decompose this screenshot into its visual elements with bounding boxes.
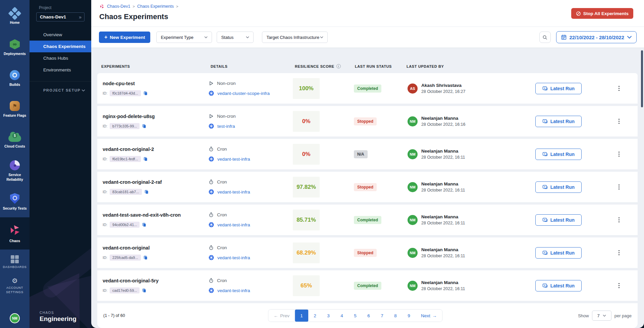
page-button-2[interactable]: 2 — [308, 310, 322, 322]
copy-icon[interactable] — [143, 255, 148, 260]
kebab-menu-icon[interactable] — [617, 215, 621, 225]
experiment-name[interactable]: vedant-cron-original-2-raf — [103, 179, 201, 185]
nav-item-overview[interactable]: Overview — [30, 29, 91, 41]
schedule-type-label: Cron — [217, 212, 227, 217]
pagination-bar: (1 - 7) of 60 ← Prev 123456789 Next → Sh… — [97, 303, 638, 328]
page-button-3[interactable]: 3 — [322, 310, 335, 322]
target-infrastructure-filter[interactable]: Target Chaos Infrastructure — [262, 32, 328, 43]
resilience-score-value: 65% — [293, 275, 320, 296]
project-setup-toggle[interactable]: PROJECT SETUP — [30, 81, 91, 92]
nav-item-chaos-hubs[interactable]: Chaos Hubs — [30, 52, 91, 64]
user-avatar[interactable]: NM — [10, 313, 20, 323]
project-nav: Overview Chaos Experiments Chaos Hubs En… — [30, 29, 91, 76]
infrastructure-link[interactable]: vedant-cluster-scope-infra — [217, 91, 270, 96]
kebab-menu-icon[interactable] — [617, 149, 621, 159]
experiment-name[interactable]: vedant-cron-original-5ry — [103, 278, 201, 283]
experiment-id-value: f0c187d4-43d... — [110, 90, 141, 96]
copy-icon[interactable] — [142, 124, 147, 128]
sidebar-item-home[interactable]: Home — [0, 1, 30, 32]
infrastructure-link[interactable]: vedant-test-infra — [217, 157, 250, 162]
last-run-status-badge: Completed — [354, 216, 381, 224]
infrastructure-link[interactable]: vedant-test-infra — [217, 222, 250, 227]
page-size-select[interactable]: 7 — [592, 311, 611, 321]
kubernetes-icon — [209, 123, 214, 129]
table-header-row: EXPERIMENTS DETAILS RESILIENCE SCORE i L… — [97, 48, 638, 73]
latest-run-button[interactable]: Latest Run — [535, 149, 582, 160]
sidebar-item-service-reliability[interactable]: Service Reliability — [0, 156, 30, 186]
kebab-menu-icon[interactable] — [617, 182, 621, 192]
latest-run-button[interactable]: Latest Run — [535, 83, 582, 94]
prev-page-button[interactable]: ← Prev — [268, 310, 295, 322]
account-settings-label: ACCOUNT SETTINGS — [4, 286, 25, 294]
infrastructure-link[interactable]: vedant-test-infra — [217, 255, 250, 260]
experiment-type-filter[interactable]: Experiment Type — [156, 32, 212, 43]
new-experiment-button[interactable]: + New Experiment — [99, 32, 150, 43]
page-button-6[interactable]: 6 — [362, 310, 375, 322]
page-button-9[interactable]: 9 — [402, 310, 416, 322]
latest-run-button[interactable]: Latest Run — [535, 116, 582, 127]
next-page-button[interactable]: Next → — [416, 310, 442, 322]
sidebar-item-label: Deployments — [3, 52, 27, 56]
updated-at-timestamp: 28 October 2022, 16:11 — [421, 221, 465, 225]
kebab-menu-icon[interactable] — [617, 248, 621, 258]
chaos-icon — [8, 224, 21, 236]
copy-icon[interactable] — [142, 222, 147, 227]
sidebar-item-deployments[interactable]: ∞ Deployments — [0, 32, 30, 63]
updated-by-name: Akash Shrivastava — [421, 83, 465, 88]
search-button[interactable] — [539, 32, 551, 43]
stop-all-experiments-button[interactable]: Stop All Experiments — [571, 8, 633, 19]
scrollbar-thumb[interactable] — [641, 50, 643, 107]
date-range-picker[interactable]: 22/10/2022 - 28/10/2022 — [556, 31, 637, 43]
copy-icon[interactable] — [144, 189, 149, 194]
nav-item-environments[interactable]: Environments — [30, 64, 91, 76]
experiment-name[interactable]: node-cpu-test — [103, 81, 201, 86]
latest-run-button[interactable]: Latest Run — [535, 214, 582, 226]
schedule-type-label: Non-cron — [217, 114, 236, 119]
info-icon[interactable]: i — [336, 64, 341, 68]
updated-at-timestamp: 28 October 2022, 16:16 — [421, 122, 465, 127]
sidebar-item-security-tests[interactable]: Security Tests — [0, 186, 30, 217]
sidebar-item-cloud-costs[interactable]: $ Cloud Costs — [0, 125, 30, 156]
updated-by-name: Neelanjan Manna — [421, 181, 465, 186]
kebab-menu-icon[interactable] — [617, 281, 621, 290]
kubernetes-icon — [209, 255, 214, 260]
column-header-resilience-score: RESILIENCE SCORE i — [287, 64, 345, 68]
infrastructure-link[interactable]: vedant-test-infra — [217, 288, 250, 293]
experiment-name[interactable]: vedant-test-save-nd-exit-v8h-cron — [103, 212, 201, 218]
non-cron-play-icon — [209, 114, 214, 119]
latest-run-button[interactable]: Latest Run — [535, 247, 582, 259]
experiment-name[interactable]: vedant-cron-original — [103, 245, 201, 251]
page-button-1[interactable]: 1 — [295, 310, 308, 322]
page-button-4[interactable]: 4 — [335, 310, 348, 322]
chevron-double-right-icon[interactable]: » — [79, 14, 82, 20]
latest-run-button[interactable]: Latest Run — [535, 181, 582, 193]
page-button-5[interactable]: 5 — [348, 310, 362, 322]
sidebar-item-label: Home — [9, 20, 20, 25]
page-button-8[interactable]: 8 — [389, 310, 402, 322]
copy-icon[interactable] — [143, 91, 148, 96]
sidebar-item-chaos[interactable]: Chaos — [0, 217, 30, 250]
experiment-name[interactable]: nginx-pod-delete-u8sg — [103, 114, 201, 119]
breadcrumb-page-link[interactable]: Chaos Experiments — [137, 4, 174, 9]
latest-run-button[interactable]: Latest Run — [535, 280, 582, 291]
experiment-name[interactable]: vedant-cron-original-2 — [103, 147, 201, 152]
updated-by-name: Neelanjan Manna — [421, 280, 465, 285]
updated-by-name: Neelanjan Manna — [421, 247, 465, 252]
status-filter[interactable]: Status — [217, 32, 254, 43]
project-selector[interactable]: Chaos-Dev1 » — [36, 12, 85, 21]
kebab-menu-icon[interactable] — [617, 84, 621, 93]
breadcrumb-project-link[interactable]: Chaos-Dev1 — [107, 4, 130, 9]
sidebar-item-label: Chaos — [8, 239, 21, 243]
infrastructure-link[interactable]: vedant-test-infra — [217, 189, 250, 195]
copy-icon[interactable] — [142, 288, 147, 293]
nav-item-chaos-experiments[interactable]: Chaos Experiments — [30, 41, 91, 52]
sidebar-item-builds[interactable]: Builds — [0, 63, 30, 94]
sidebar-item-account-settings[interactable]: ⚙ ACCOUNT SETTINGS — [0, 275, 30, 296]
infrastructure-link[interactable]: test-infra — [217, 124, 235, 129]
kebab-menu-icon[interactable] — [617, 116, 621, 126]
page-button-7[interactable]: 7 — [375, 310, 389, 322]
sidebar-item-feature-flags[interactable]: ⚑ Feature Flags — [0, 94, 30, 125]
copy-icon[interactable] — [143, 157, 148, 161]
page-title: Chaos Experiments — [99, 12, 636, 21]
sidebar-item-dashboards[interactable]: DASHBOARDS — [0, 252, 30, 273]
